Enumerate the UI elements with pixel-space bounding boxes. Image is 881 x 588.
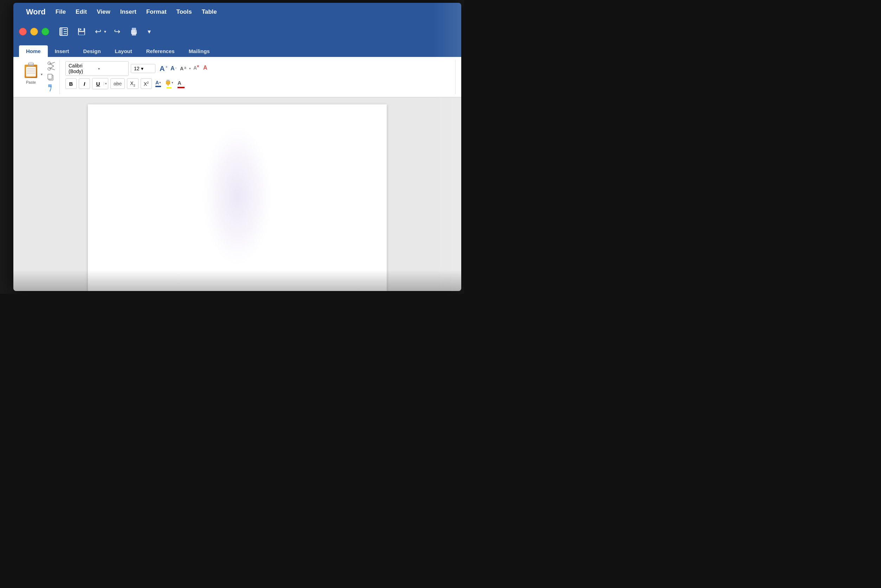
font-size-value: 12 — [134, 66, 140, 71]
font-size-selector[interactable]: 12 ▾ — [131, 64, 155, 73]
red-underline-bar — [177, 87, 185, 88]
menu-item-edit[interactable]: Edit — [71, 6, 92, 18]
svg-text:A: A — [203, 64, 207, 70]
clipboard-group: Paste ▾ — [19, 60, 60, 94]
svg-rect-37 — [166, 81, 170, 84]
svg-rect-11 — [132, 33, 136, 36]
change-case-button[interactable]: A a ▾ — [180, 64, 191, 72]
clipboard-tools — [45, 61, 55, 93]
font-underline-color-button[interactable]: A — [177, 79, 185, 88]
print-button[interactable] — [127, 26, 141, 38]
format-painter-button[interactable] — [48, 84, 55, 93]
copy-button[interactable] — [48, 74, 55, 82]
redo-button[interactable]: ↪ — [112, 26, 122, 38]
shrink-font-button[interactable]: A — [171, 65, 175, 72]
svg-text:A: A — [177, 80, 182, 86]
svg-rect-28 — [48, 74, 52, 79]
svg-rect-16 — [29, 62, 33, 64]
svg-rect-17 — [26, 67, 36, 76]
highlight-button[interactable]: ▾ — [165, 79, 173, 88]
font-family-selector[interactable]: Calibri (Body) ▾ — [65, 61, 129, 76]
paste-dropdown-button[interactable]: ▾ — [41, 72, 42, 76]
font-family-dropdown-icon: ▾ — [98, 67, 126, 70]
strikethrough-button[interactable]: abe — [110, 78, 125, 89]
cut-button[interactable] — [48, 61, 55, 72]
save-button[interactable] — [75, 26, 88, 37]
maximize-button[interactable] — [42, 28, 49, 36]
font-family-value: Calibri (Body) — [69, 63, 96, 74]
font-group: Calibri (Body) ▾ 12 ▾ A + A - — [60, 60, 456, 94]
svg-rect-1 — [60, 28, 63, 36]
tab-layout[interactable]: Layout — [108, 45, 139, 57]
font-family-row: Calibri (Body) ▾ 12 ▾ A + A - — [65, 61, 450, 76]
screen-wrapper: Word File Edit View Insert Format Tools … — [0, 0, 464, 294]
clear-formatting-button[interactable]: A ✕ — [193, 64, 201, 73]
font-size-dropdown-icon: ▾ — [141, 66, 143, 71]
highlight-bar — [167, 87, 171, 88]
grow-font-button[interactable]: A — [160, 64, 165, 73]
toolbar-more-button[interactable]: ▾ — [146, 26, 153, 37]
sidebar-toggle-button[interactable] — [57, 26, 70, 38]
menu-item-insert[interactable]: Insert — [115, 6, 141, 18]
close-button[interactable] — [19, 28, 27, 36]
underline-dropdown-button[interactable]: ▾ — [104, 82, 108, 86]
menu-item-tools[interactable]: Tools — [171, 6, 197, 18]
tab-insert[interactable]: Insert — [48, 45, 76, 57]
menu-item-view[interactable]: View — [92, 6, 115, 18]
svg-rect-8 — [79, 32, 84, 35]
paste-label: Paste — [26, 80, 36, 84]
tab-references[interactable]: References — [139, 45, 182, 57]
menu-item-format[interactable]: Format — [141, 6, 171, 18]
font-color-bar — [155, 86, 161, 87]
tab-home[interactable]: Home — [19, 45, 48, 57]
ribbon-tabs: Home Insert Design Layout References Mai… — [14, 42, 461, 57]
screen-inner: Word File Edit View Insert Format Tools … — [14, 3, 461, 291]
minimize-button[interactable] — [30, 28, 38, 36]
document-area — [14, 98, 461, 291]
menu-item-table[interactable]: Table — [197, 6, 222, 18]
svg-text:A: A — [180, 66, 183, 71]
svg-rect-10 — [132, 28, 136, 30]
paste-button[interactable]: Paste — [23, 61, 39, 84]
title-bar: ↩ ▾ ↪ ▾ — [14, 21, 461, 42]
underline-button[interactable]: U — [93, 78, 104, 89]
svg-line-31 — [50, 88, 51, 92]
svg-rect-39 — [167, 80, 170, 81]
menu-bar: Word File Edit View Insert Format Tools … — [14, 3, 461, 21]
traffic-lights — [19, 28, 49, 36]
strikethrough-label: abe — [114, 81, 122, 87]
tab-mailings[interactable]: Mailings — [182, 45, 217, 57]
undo-dropdown-button[interactable]: ▾ — [104, 29, 107, 34]
ribbon-content-home: Paste ▾ — [14, 57, 461, 98]
superscript-button[interactable]: X2 — [141, 78, 152, 89]
character-button[interactable]: A — [203, 64, 211, 73]
svg-text:✕: ✕ — [197, 64, 199, 68]
svg-rect-7 — [80, 28, 81, 30]
font-color-button[interactable]: A ▾ — [155, 80, 161, 87]
undo-button[interactable]: ↩ — [93, 26, 104, 38]
subscript-button[interactable]: X2 — [127, 78, 138, 89]
bold-button[interactable]: B — [65, 78, 77, 89]
format-row: B I U ▾ abe X2 — [65, 78, 450, 89]
svg-rect-6 — [80, 28, 84, 31]
menu-item-word[interactable]: Word — [21, 5, 51, 19]
menu-item-file[interactable]: File — [51, 6, 71, 18]
tab-design[interactable]: Design — [76, 45, 108, 57]
grow-font-icon: + — [165, 64, 167, 69]
svg-text:a: a — [184, 66, 186, 70]
shrink-font-icon: - — [175, 65, 177, 70]
svg-rect-12 — [136, 31, 137, 31]
svg-marker-38 — [167, 84, 169, 86]
italic-button[interactable]: I — [79, 78, 90, 89]
document-page[interactable] — [88, 104, 387, 291]
